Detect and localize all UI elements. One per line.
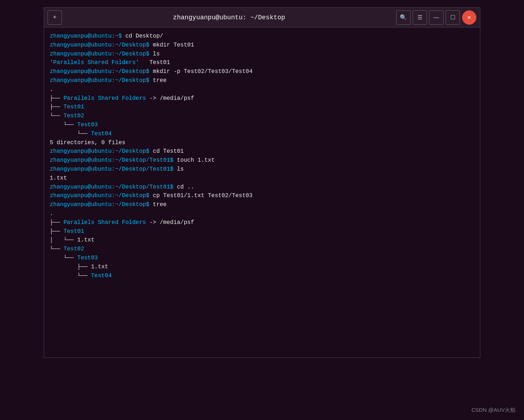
prompt-text: zhangyuanpu@ubuntu:~/Desktop/Test01$ bbox=[50, 166, 177, 172]
prompt-text: zhangyuanpu@ubuntu:~/Desktop$ bbox=[50, 68, 153, 75]
prompt-text: zhangyuanpu@ubuntu:~/Desktop$ bbox=[50, 42, 153, 48]
tree-suffix: -> /media/psf bbox=[146, 219, 194, 226]
terminal-line: zhangyuanpu@ubuntu:~/Desktop$ ls bbox=[50, 50, 474, 59]
titlebar-left: + bbox=[48, 10, 62, 25]
maximize-button[interactable]: ☐ bbox=[446, 10, 460, 25]
terminal-line: zhangyuanpu@ubuntu:~/Desktop$ tree bbox=[50, 76, 474, 85]
terminal-line: ├── Test01 bbox=[50, 227, 474, 236]
terminal-line: zhangyuanpu@ubuntu:~/Desktop/Test01$ ls bbox=[50, 165, 474, 174]
terminal-line: zhangyuanpu@ubuntu:~/Desktop$ mkdir Test… bbox=[50, 41, 474, 50]
tree-prefix: └── bbox=[50, 113, 63, 119]
tree-item: Test02 bbox=[63, 113, 84, 119]
watermark: CSDN @AUV火焰 bbox=[471, 407, 515, 414]
prompt-text: zhangyuanpu@ubuntu:~/Desktop$ bbox=[50, 201, 153, 208]
tree-item: 1.txt bbox=[77, 237, 94, 243]
tree-suffix: -> /media/psf bbox=[146, 95, 194, 102]
command-text: cd .. bbox=[177, 184, 194, 190]
tree-prefix: ├── bbox=[50, 219, 63, 226]
minimize-button[interactable]: — bbox=[429, 10, 443, 25]
terminal-line: zhangyuanpu@ubuntu:~$ cd Desktop/ bbox=[50, 32, 474, 41]
titlebar-right: 🔍 ☰ — ☐ ✕ bbox=[396, 10, 476, 25]
tree-prefix: └── bbox=[50, 255, 77, 261]
terminal-line: ├── Parallels Shared Folders -> /media/p… bbox=[50, 218, 474, 227]
terminal-line: └── Test02 bbox=[50, 112, 474, 121]
terminal-line: └── Test02 bbox=[50, 245, 474, 254]
command-text: tree bbox=[153, 77, 166, 84]
new-tab-button[interactable]: + bbox=[48, 10, 62, 25]
command-text: mkdir Test01 bbox=[153, 42, 194, 48]
terminal-line: 1.txt bbox=[50, 174, 474, 183]
terminal-line: └── Test03 bbox=[50, 254, 474, 263]
prompt-text: zhangyuanpu@ubuntu:~/Desktop$ bbox=[50, 51, 153, 57]
command-text: cp Test01/1.txt Test02/Test03 bbox=[153, 192, 252, 199]
command-text: mkdir -p Test02/Test03/Test04 bbox=[153, 68, 252, 75]
close-button[interactable]: ✕ bbox=[462, 10, 476, 25]
window-title: zhangyuanpu@ubuntu: ~/Desktop bbox=[62, 14, 396, 21]
command-text: touch 1.txt bbox=[177, 157, 215, 163]
command-text: ls bbox=[153, 51, 160, 57]
terminal-line: zhangyuanpu@ubuntu:~/Desktop$ tree bbox=[50, 200, 474, 209]
tree-item: 1.txt bbox=[91, 264, 108, 270]
terminal-line: zhangyuanpu@ubuntu:~/Desktop$ mkdir -p T… bbox=[50, 67, 474, 76]
prompt-text: zhangyuanpu@ubuntu:~/Desktop$ bbox=[50, 77, 153, 84]
output-text: Test01 bbox=[139, 59, 170, 66]
terminal-line: zhangyuanpu@ubuntu:~/Desktop$ cp Test01/… bbox=[50, 191, 474, 200]
titlebar: + zhangyuanpu@ubuntu: ~/Desktop 🔍 ☰ — ☐ … bbox=[44, 8, 480, 28]
search-button[interactable]: 🔍 bbox=[396, 10, 411, 25]
tree-item: Test04 bbox=[91, 273, 112, 279]
terminal-line: zhangyuanpu@ubuntu:~/Desktop/Test01$ cd … bbox=[50, 183, 474, 192]
quoted-text: 'Parallels Shared Folders' bbox=[50, 59, 139, 66]
terminal-line: . bbox=[50, 209, 474, 218]
terminal-line: │ └── 1.txt bbox=[50, 236, 474, 245]
terminal-line: └── Test04 bbox=[50, 130, 474, 138]
terminal-window: + zhangyuanpu@ubuntu: ~/Desktop 🔍 ☰ — ☐ … bbox=[44, 7, 480, 358]
prompt-text: zhangyuanpu@ubuntu:~/Desktop/Test01$ bbox=[50, 184, 177, 190]
tree-item: Test03 bbox=[77, 255, 98, 261]
tree-item: Test01 bbox=[63, 104, 84, 110]
tree-prefix: └── bbox=[50, 131, 91, 137]
tree-prefix: ├── bbox=[50, 104, 63, 110]
terminal-line: ├── Parallels Shared Folders -> /media/p… bbox=[50, 94, 474, 103]
tree-item: Test03 bbox=[77, 122, 98, 128]
tree-item: Test04 bbox=[91, 131, 112, 137]
command-text: cd Desktop/ bbox=[125, 33, 163, 39]
tree-prefix: ├── bbox=[50, 264, 91, 270]
tree-prefix: └── bbox=[50, 122, 77, 128]
tree-prefix: ├── bbox=[50, 228, 63, 235]
prompt-text: zhangyuanpu@ubuntu:~/Desktop$ bbox=[50, 148, 153, 155]
terminal-line: . bbox=[50, 85, 474, 94]
tree-prefix: ├── bbox=[50, 95, 63, 102]
tree-item: Test01 bbox=[63, 228, 84, 235]
terminal-line: └── Test04 bbox=[50, 272, 474, 280]
tree-prefix: │ └── bbox=[50, 237, 77, 243]
terminal-line: 5 directories, 0 files bbox=[50, 138, 474, 147]
menu-button[interactable]: ☰ bbox=[413, 10, 427, 25]
terminal-line: zhangyuanpu@ubuntu:~/Desktop/Test01$ tou… bbox=[50, 156, 474, 165]
terminal-line: ├── Test01 bbox=[50, 103, 474, 112]
tree-item: Test02 bbox=[63, 246, 84, 252]
terminal-line: zhangyuanpu@ubuntu:~/Desktop$ cd Test01 bbox=[50, 147, 474, 156]
command-text: ls bbox=[177, 166, 184, 172]
terminal-line: 'Parallels Shared Folders' Test01 bbox=[50, 58, 474, 67]
terminal-line: └── Test03 bbox=[50, 121, 474, 130]
command-text: tree bbox=[153, 201, 166, 208]
tree-item: Parallels Shared Folders bbox=[63, 95, 146, 102]
prompt-text: zhangyuanpu@ubuntu:~$ bbox=[50, 33, 125, 39]
tree-item: Parallels Shared Folders bbox=[63, 219, 146, 226]
prompt-text: zhangyuanpu@ubuntu:~/Desktop$ bbox=[50, 192, 153, 199]
tree-prefix: └── bbox=[50, 273, 91, 279]
terminal-body[interactable]: zhangyuanpu@ubuntu:~$ cd Desktop/zhangyu… bbox=[44, 28, 480, 357]
prompt-text: zhangyuanpu@ubuntu:~/Desktop/Test01$ bbox=[50, 157, 177, 163]
terminal-line: ├── 1.txt bbox=[50, 263, 474, 272]
tree-prefix: └── bbox=[50, 246, 63, 252]
command-text: cd Test01 bbox=[153, 148, 184, 155]
